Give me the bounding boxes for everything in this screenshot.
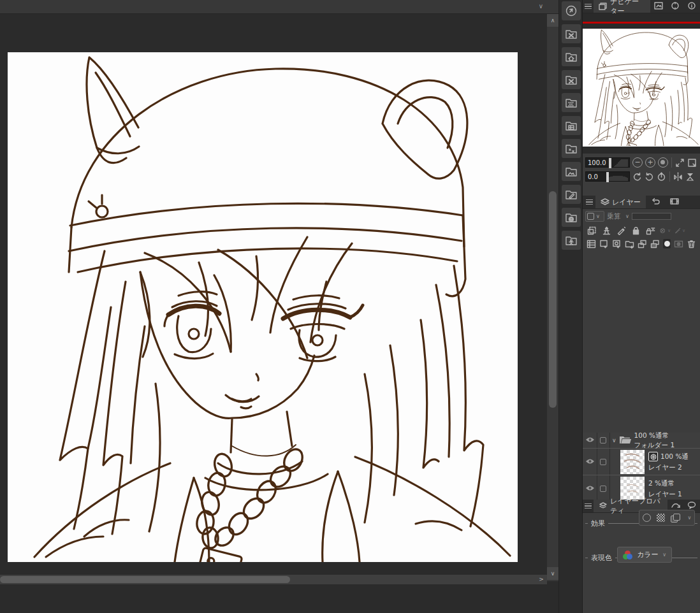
layer-row-2[interactable]: 100 %通 レイヤー 2 — [583, 449, 700, 475]
tab-overflow-chevron-icon[interactable]: ∨ — [539, 3, 543, 10]
merge-down-icon[interactable] — [650, 239, 660, 249]
layer-check[interactable] — [597, 433, 609, 448]
tab-subview[interactable] — [650, 0, 667, 13]
tab-layer[interactable]: レイヤー — [595, 196, 646, 208]
clip-studio-paint-window: ∨ — [0, 0, 700, 613]
layer-property-palette: レイヤープロパティ 効果 ∨ 表現色 カラー ∨ — [583, 500, 700, 613]
layer-check[interactable] — [597, 449, 609, 475]
new-raster-layer-icon[interactable] — [599, 239, 609, 249]
layer-name[interactable]: レイヤー 2 — [648, 463, 689, 472]
rotation-ramp — [608, 173, 628, 181]
rotate-ccw-icon[interactable] — [632, 172, 642, 182]
zoom-100-icon[interactable] — [658, 157, 668, 168]
material-palette-bar — [558, 0, 583, 613]
tab-compass[interactable] — [667, 0, 683, 13]
horizontal-scrollbar[interactable]: > — [0, 575, 547, 584]
visibility-toggle[interactable] — [583, 433, 597, 448]
expression-color-select[interactable]: カラー ∨ — [617, 547, 672, 563]
scroll-up-icon[interactable]: ∧ — [547, 14, 558, 27]
chevron-down-icon: ∨ — [625, 213, 629, 219]
lock-layer-icon[interactable] — [631, 226, 641, 235]
transfer-down-icon[interactable] — [638, 239, 647, 249]
document-canvas[interactable] — [8, 52, 518, 562]
blend-mode-select[interactable]: 乗算 ∨ — [607, 212, 629, 221]
fit-screen-icon[interactable] — [675, 158, 685, 168]
folder-tone-icon[interactable] — [562, 93, 581, 112]
vertical-scrollbar[interactable]: ∧ ∨ — [547, 14, 558, 581]
rotation-value: 0.0 — [586, 173, 605, 180]
folder-x-icon[interactable] — [562, 24, 581, 43]
folder-x2-icon[interactable] — [562, 70, 581, 89]
tab-info[interactable] — [683, 0, 700, 13]
layer-color-effect-icon[interactable] — [671, 514, 680, 522]
scroll-down-icon[interactable]: ∨ — [547, 567, 558, 580]
zoom-handle[interactable] — [609, 158, 611, 168]
layer-check[interactable] — [597, 476, 609, 501]
palette-list-icon[interactable] — [587, 239, 596, 249]
eye-icon — [585, 485, 595, 493]
folder-image-icon[interactable] — [562, 162, 581, 181]
tab-timeline[interactable] — [665, 196, 684, 208]
layer-name[interactable]: フォルダー 1 — [634, 441, 675, 450]
zoom-in-icon[interactable]: + — [645, 157, 655, 168]
swatch-icon — [587, 213, 594, 220]
visibility-toggle[interactable] — [583, 476, 597, 501]
folder-layout-icon[interactable] — [562, 116, 581, 135]
layer-palette: レイヤー ∨ 乗算 ∨ — [583, 196, 700, 250]
canvas-tab-bar: ∨ — [0, 0, 558, 14]
create-mask-icon[interactable] — [663, 239, 671, 249]
layer-color-swatch[interactable]: ∨ — [585, 211, 604, 222]
folder-arrows-icon[interactable] — [562, 139, 581, 158]
zoom-out-icon[interactable]: − — [632, 157, 643, 168]
navigator-controls: 100.0 − + 0.0 — [583, 154, 700, 196]
folder-expand-chevron-icon[interactable]: ∨ — [612, 437, 616, 444]
lock-alpha-icon[interactable] — [645, 226, 656, 235]
delete-layer-icon[interactable] — [687, 239, 696, 249]
checkbox-icon — [600, 486, 606, 492]
search-arrow-icon[interactable] — [562, 1, 581, 20]
folder-figure-icon[interactable] — [562, 231, 581, 250]
border-effect-icon[interactable] — [643, 514, 651, 522]
layer-thumbnail[interactable] — [620, 450, 645, 474]
draft-layer-icon[interactable] — [616, 226, 627, 235]
new-folder-icon[interactable] — [625, 239, 634, 249]
tab-history[interactable] — [646, 196, 665, 208]
ruler-range-icon[interactable]: ∨ — [674, 226, 685, 235]
actual-size-icon[interactable] — [687, 158, 697, 168]
hamburger-icon[interactable] — [583, 196, 595, 208]
horizontal-scroll-thumb[interactable] — [0, 576, 290, 583]
visibility-toggle[interactable] — [583, 449, 597, 475]
folder-home-icon[interactable] — [562, 47, 581, 66]
chevron-down-icon[interactable]: ∨ — [687, 515, 691, 521]
info-icon — [687, 2, 696, 11]
chevron-down-icon: ∨ — [662, 552, 666, 558]
reference-layer-icon[interactable] — [601, 226, 612, 235]
canvas-area: ∨ — [0, 0, 558, 613]
rotation-handle[interactable] — [606, 172, 609, 182]
hamburger-icon[interactable] — [583, 0, 594, 13]
layer-blend-info: 100 %通 — [660, 452, 689, 461]
tone-effect-icon[interactable] — [657, 514, 665, 522]
enable-mask-icon[interactable]: ∨ — [660, 226, 671, 235]
layer-blend-row: ∨ 乗算 ∨ — [583, 209, 700, 224]
reset-rotation-icon[interactable] — [657, 172, 666, 182]
flip-horizontal-icon[interactable] — [673, 172, 683, 182]
opacity-slider[interactable] — [632, 213, 671, 220]
tab-navigator[interactable]: ナビゲーター — [594, 0, 650, 13]
rotation-slider[interactable]: 0.0 — [585, 171, 630, 182]
folder-earth-icon[interactable] — [562, 208, 581, 227]
hamburger-icon[interactable] — [583, 500, 594, 512]
clipping-icon[interactable] — [587, 226, 597, 235]
zoom-slider[interactable]: 100.0 — [585, 157, 630, 168]
folder-edit-icon[interactable] — [562, 185, 581, 204]
eye-icon — [585, 458, 595, 466]
reset-view-icon[interactable] — [685, 172, 695, 182]
scroll-right-icon[interactable]: > — [536, 575, 547, 584]
rotate-cw-icon[interactable] — [645, 172, 654, 182]
layer-tools-row2 — [583, 237, 700, 250]
apply-mask-icon[interactable] — [674, 239, 683, 249]
navigator-thumbnail[interactable] — [583, 29, 700, 147]
vertical-scroll-thumb[interactable] — [549, 191, 557, 408]
layer-row-folder-1[interactable]: ∨ 100 %通常 フォルダー 1 — [583, 433, 700, 449]
new-vector-layer-icon[interactable] — [612, 239, 622, 249]
